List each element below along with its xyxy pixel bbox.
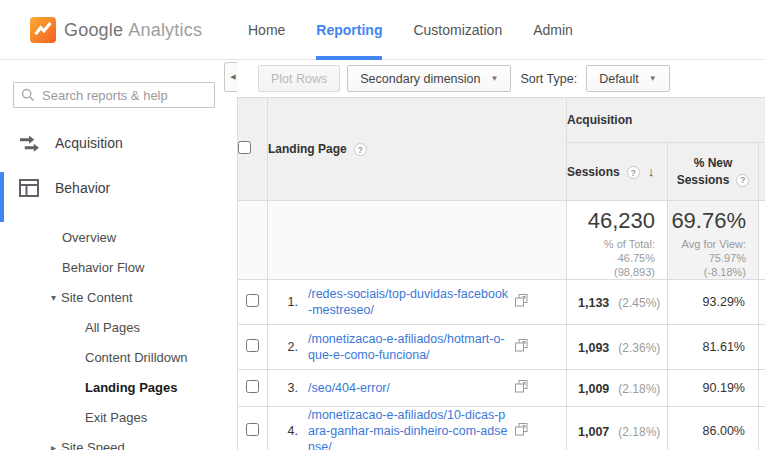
chevron-right-icon: ▸	[51, 442, 56, 450]
nav-tab-customization-label: Customization	[413, 22, 502, 38]
landing-page-link[interactable]: /monetizacao-e-afiliados/hotmart-o-que-e…	[308, 331, 510, 363]
sidebar-item-content-drilldown[interactable]: Content Drilldown	[0, 342, 228, 372]
google-analytics-logo[interactable]: GoogleAnalytics	[30, 17, 202, 43]
acquisition-group-header: Acquisition	[567, 98, 765, 143]
new-sessions-column-header[interactable]: % New Sessions?	[668, 143, 759, 201]
next-column-sliver	[759, 325, 765, 370]
new-sessions-note: Avg for View:	[668, 237, 746, 251]
open-in-new-icon[interactable]	[515, 293, 528, 311]
sidebar-item-landing-pages[interactable]: Landing Pages	[0, 372, 228, 402]
nav-tab-admin[interactable]: Admin	[533, 0, 573, 60]
landing-page-link[interactable]: /seo/404-error/	[308, 380, 510, 396]
sessions-total-count: (98,893)	[567, 265, 655, 279]
nav-tab-customization[interactable]: Customization	[413, 0, 502, 60]
sessions-total-note: % of Total:	[567, 237, 655, 251]
brand-wordmark: GoogleAnalytics	[64, 20, 202, 41]
sidebar-item-acquisition[interactable]: Acquisition	[0, 128, 228, 158]
help-icon[interactable]: ?	[736, 174, 749, 187]
sort-type-value: Default	[599, 72, 639, 86]
chevron-down-icon: ▼	[491, 74, 499, 83]
brand-word-analytics: Analytics	[128, 20, 202, 40]
help-icon[interactable]: ?	[354, 143, 367, 156]
sessions-column-header[interactable]: Sessions?↓	[567, 143, 668, 201]
sidebar-item-all-pages[interactable]: All Pages	[0, 312, 228, 342]
sessions-percent: (2.36%)	[618, 341, 660, 355]
secondary-dimension-label: Secondary dimension	[360, 72, 480, 86]
landing-page-link[interactable]: /monetizacao-e-afiliados/10-dicas-para-g…	[308, 407, 510, 450]
row-rank: 1.	[278, 295, 298, 309]
acquisition-group-label: Acquisition	[567, 113, 632, 127]
search-input[interactable]	[13, 82, 215, 108]
sidebar-item-overview[interactable]: Overview	[0, 222, 228, 252]
select-all-cell	[238, 98, 268, 201]
sort-desc-icon[interactable]: ↓	[648, 164, 655, 179]
sidebar-item-content-drilldown-label: Content Drilldown	[85, 350, 188, 365]
sidebar-item-site-speed[interactable]: ▸ Site Speed	[0, 432, 228, 450]
sidebar-item-behavior-label: Behavior	[55, 180, 110, 196]
help-icon[interactable]: ?	[627, 166, 640, 179]
new-sessions-view-avg: 75.97%	[668, 251, 746, 265]
row-checkbox[interactable]	[246, 380, 259, 393]
row-checkbox[interactable]	[246, 294, 259, 307]
new-sessions-header-label: % New Sessions	[677, 156, 733, 187]
landing-pages-table: Landing Page? Acquisition Sessions?↓ % N…	[237, 97, 765, 450]
new-sessions-value: 86.00%	[668, 407, 759, 450]
next-column-sliver	[759, 280, 765, 325]
new-sessions-value: 93.29%	[668, 280, 759, 325]
sidebar-search	[13, 82, 215, 108]
sessions-value: 1,007	[578, 425, 609, 439]
sidebar-item-site-content[interactable]: ▾ Site Content	[0, 282, 228, 312]
new-sessions-value: 81.61%	[668, 325, 759, 370]
next-column-sliver	[759, 407, 765, 450]
nav-tab-home-label: Home	[248, 22, 285, 38]
open-in-new-icon[interactable]	[515, 379, 528, 397]
table-row: 1. /redes-sociais/top-duvidas-facebook-m…	[238, 280, 765, 325]
sidebar-item-site-speed-label: Site Speed	[61, 440, 125, 450]
landing-page-column-header[interactable]: Landing Page?	[268, 98, 567, 201]
nav-tab-home[interactable]: Home	[248, 0, 285, 60]
sessions-total-pct: 46.75%	[567, 251, 655, 265]
new-sessions-value: 90.19%	[668, 370, 759, 407]
row-checkbox-cell	[238, 325, 268, 370]
nav-tab-reporting[interactable]: Reporting	[316, 0, 382, 60]
sidebar-item-overview-label: Overview	[62, 230, 116, 245]
active-section-indicator	[0, 172, 4, 222]
summary-row: 46,230 % of Total: 46.75% (98,893) 69.76…	[238, 201, 765, 280]
google-analytics-app: GoogleAnalytics Home Reporting Customiza…	[0, 0, 765, 450]
nav-tab-reporting-label: Reporting	[316, 22, 382, 38]
summary-new-sessions: 69.76% Avg for View: 75.97% (-8.18%)	[668, 201, 759, 280]
table-row: 2. /monetizacao-e-afiliados/hotmart-o-qu…	[238, 325, 765, 370]
plot-rows-label: Plot Rows	[271, 72, 327, 86]
sidebar-item-acquisition-label: Acquisition	[55, 135, 123, 151]
row-checkbox[interactable]	[246, 339, 259, 352]
brand-word-google: Google	[64, 20, 123, 40]
next-column-sliver	[759, 201, 765, 280]
next-column-sliver	[759, 370, 765, 407]
chevron-down-icon: ▾	[51, 292, 56, 303]
sidebar-item-exit-pages-label: Exit Pages	[85, 410, 147, 425]
sessions-value: 1,009	[578, 382, 609, 396]
sort-type-dropdown[interactable]: Default ▼	[586, 65, 670, 92]
select-all-checkbox[interactable]	[238, 141, 251, 154]
sidebar-item-behavior-flow-label: Behavior Flow	[62, 260, 144, 275]
landing-page-link[interactable]: /redes-sociais/top-duvidas-facebook-mest…	[308, 286, 510, 318]
plot-rows-button[interactable]: Plot Rows	[258, 65, 340, 92]
report-toolbar: Plot Rows Secondary dimension ▼ Sort Typ…	[237, 60, 765, 97]
table-row: 3. /seo/404-error/ 1,009(2.18%)	[238, 370, 765, 407]
row-checkbox-cell	[238, 370, 268, 407]
secondary-dimension-dropdown[interactable]: Secondary dimension ▼	[347, 65, 511, 92]
row-checkbox[interactable]	[246, 423, 259, 436]
sessions-total-value: 46,230	[567, 208, 655, 234]
sidebar-item-behavior[interactable]: Behavior	[0, 173, 228, 203]
open-in-new-icon[interactable]	[515, 338, 528, 356]
nav-tab-admin-label: Admin	[533, 22, 573, 38]
top-bar: GoogleAnalytics Home Reporting Customiza…	[0, 0, 765, 60]
acquisition-arrows-icon	[19, 134, 40, 157]
open-in-new-icon[interactable]	[515, 422, 528, 440]
row-checkbox-cell	[238, 407, 268, 450]
table-row: 4. /monetizacao-e-afiliados/10-dicas-par…	[238, 407, 765, 450]
sidebar-item-behavior-flow[interactable]: Behavior Flow	[0, 252, 228, 282]
row-rank: 2.	[278, 340, 298, 354]
new-sessions-delta: (-8.18%)	[668, 265, 746, 279]
sidebar-item-exit-pages[interactable]: Exit Pages	[0, 402, 228, 432]
